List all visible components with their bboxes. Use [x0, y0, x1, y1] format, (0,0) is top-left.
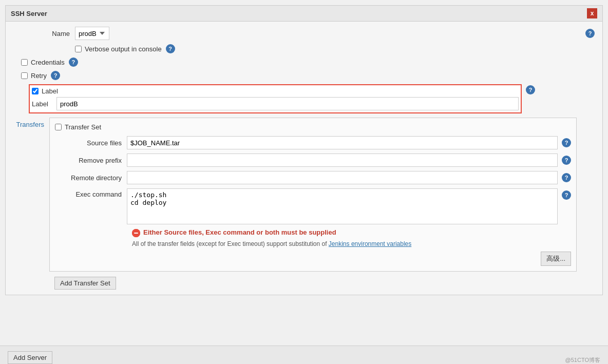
add-transfer-btn-row: Add Transfer Set [49, 272, 582, 290]
panel-title: SSH Server [11, 10, 47, 17]
transfer-set-container: Transfer Set Source files ? Remove prefi… [49, 118, 582, 290]
remove-prefix-help-icon[interactable]: ? [562, 156, 571, 165]
verbose-label: Verbose output in console [85, 45, 162, 53]
transfers-section: Transfers Transfer Set Source files ? [13, 118, 595, 290]
advanced-button[interactable]: 高级... [541, 252, 571, 266]
verbose-row: Verbose output in console ? [13, 44, 595, 53]
error-icon [132, 229, 140, 237]
bottom-bar: Add Server @51CTO博客 [0, 346, 608, 364]
transfer-set-checkbox[interactable] [55, 124, 62, 130]
info-row: All of the transfer fields (except for E… [132, 240, 571, 247]
retry-help-icon[interactable]: ? [51, 71, 60, 80]
info-text: All of the transfer fields (except for E… [132, 240, 327, 247]
panel-header: SSH Server x [6, 6, 602, 22]
add-server-button[interactable]: Add Server [8, 351, 52, 364]
remote-directory-help-icon[interactable]: ? [562, 173, 571, 182]
transfer-set-title: Transfer Set [65, 123, 101, 131]
remote-directory-row: Remote directory ? [55, 171, 571, 184]
remote-directory-label: Remote directory [55, 174, 127, 182]
credentials-label: Credentials [31, 59, 65, 66]
credentials-row: Credentials ? [13, 58, 595, 67]
jenkins-env-link[interactable]: Jenkins environment variables [329, 240, 411, 247]
remove-prefix-input[interactable] [127, 154, 558, 167]
retry-checkbox[interactable] [21, 72, 28, 79]
exec-command-row: Exec command ./stop.sh cd deploy ? [55, 188, 571, 224]
advanced-btn-row: 高级... [55, 252, 571, 266]
exec-command-textarea[interactable]: ./stop.sh cd deploy [127, 188, 558, 224]
label-checkbox[interactable] [32, 88, 39, 94]
source-files-row: Source files ? [55, 136, 571, 149]
name-label: Name [13, 30, 75, 37]
label-input[interactable] [56, 97, 519, 110]
verbose-help-icon[interactable]: ? [166, 44, 175, 53]
source-files-help-icon[interactable]: ? [562, 138, 571, 147]
retry-label: Retry [31, 72, 47, 80]
credentials-checkbox[interactable] [21, 59, 28, 66]
name-select-wrapper: prodB [75, 27, 581, 40]
label-field-row: Label [32, 97, 519, 110]
close-button[interactable]: x [587, 8, 597, 18]
transfer-set-box: Transfer Set Source files ? Remove prefi… [49, 118, 577, 272]
label-help-icon[interactable]: ? [526, 85, 535, 94]
source-files-label: Source files [55, 139, 127, 147]
name-select[interactable]: prodB [75, 27, 109, 40]
ssh-server-panel: SSH Server x Name prodB ? Verbose output… [5, 5, 603, 295]
verbose-checkbox[interactable] [75, 46, 82, 52]
add-transfer-set-button[interactable]: Add Transfer Set [54, 277, 116, 290]
label-highlighted-box: Label Label [29, 84, 522, 113]
retry-row: Retry ? [13, 71, 595, 80]
remove-prefix-row: Remove prefix ? [55, 154, 571, 167]
main-container: SSH Server x Name prodB ? Verbose output… [0, 5, 608, 364]
transfers-label: Transfers [13, 118, 49, 290]
remove-prefix-label: Remove prefix [55, 157, 127, 164]
form-section: Name prodB ? Verbose output in console ?… [6, 22, 602, 295]
svg-rect-1 [134, 233, 138, 234]
source-files-input[interactable] [127, 136, 558, 149]
error-message: Either Source files, Exec command or bot… [143, 228, 336, 236]
watermark: @51CTO博客 [565, 356, 600, 364]
transfer-set-header: Transfer Set [55, 123, 571, 131]
label-checkbox-label: Label [42, 87, 58, 95]
label-section: Label Label ? [13, 84, 595, 113]
name-help-icon[interactable]: ? [585, 29, 595, 38]
exec-command-label: Exec command [55, 188, 127, 198]
remote-directory-input[interactable] [127, 171, 558, 184]
credentials-help-icon[interactable]: ? [69, 58, 78, 67]
label-field-label: Label [32, 100, 52, 108]
error-row: Either Source files, Exec command or bot… [132, 228, 571, 237]
label-checkbox-row: Label [32, 87, 519, 95]
exec-command-help-icon[interactable]: ? [562, 190, 571, 200]
name-row: Name prodB ? [13, 27, 595, 40]
